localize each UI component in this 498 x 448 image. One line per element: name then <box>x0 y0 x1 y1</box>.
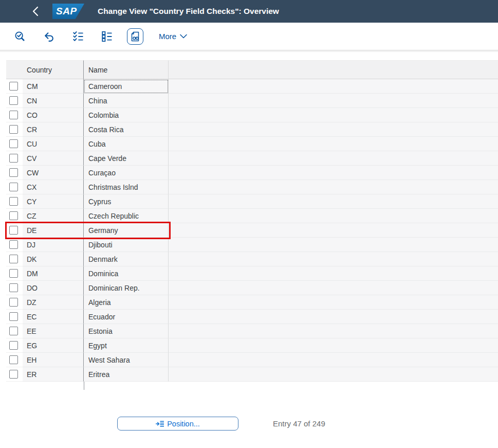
row-checkbox[interactable] <box>9 139 18 148</box>
table-row[interactable]: DK Denmark <box>6 252 498 266</box>
country-name-cell[interactable]: Eritrea <box>84 367 169 382</box>
country-name-cell[interactable]: Colombia <box>84 108 169 122</box>
country-name-cell[interactable]: Cameroon <box>84 79 169 94</box>
table-row[interactable]: CY Cyprus <box>6 194 498 209</box>
chevron-left-icon <box>32 6 39 16</box>
country-code-cell[interactable]: ER <box>23 367 84 382</box>
country-name-cell[interactable]: Christmas Islnd <box>84 180 169 194</box>
table-row[interactable]: EG Egypt <box>6 338 498 353</box>
row-select-cell <box>6 108 23 122</box>
country-code-cell[interactable]: EH <box>23 353 84 367</box>
select-column-header <box>6 60 23 79</box>
country-code-cell[interactable]: CX <box>23 180 84 194</box>
country-code-cell[interactable]: CN <box>23 94 84 108</box>
country-name-cell[interactable]: Cyprus <box>84 194 169 209</box>
country-name-cell[interactable]: Djibouti <box>84 238 169 252</box>
country-code-cell[interactable]: CU <box>23 137 84 151</box>
country-code-cell[interactable]: DZ <box>23 295 84 310</box>
undo-icon[interactable] <box>42 30 56 43</box>
row-checkbox[interactable] <box>9 370 18 379</box>
select-all-icon[interactable] <box>71 30 85 43</box>
table-row[interactable]: EE Estonia <box>6 324 498 338</box>
table-row[interactable]: EH West Sahara <box>6 353 498 367</box>
table-row[interactable]: CU Cuba <box>6 137 498 151</box>
table-row[interactable]: DJ Djibouti <box>6 238 498 252</box>
row-checkbox[interactable] <box>9 197 18 206</box>
table-row[interactable]: CW Curaçao <box>6 166 498 180</box>
more-button[interactable]: More <box>159 32 187 41</box>
country-code-cell[interactable]: CW <box>23 166 84 180</box>
country-code-cell[interactable]: CV <box>23 151 84 166</box>
display-mode-toggle[interactable] <box>127 28 143 45</box>
table-row[interactable]: DM Dominica <box>6 266 498 281</box>
row-checkbox[interactable] <box>9 111 18 119</box>
country-code-cell[interactable]: CZ <box>23 209 84 223</box>
table-row[interactable]: EC Ecuador <box>6 310 498 324</box>
find-icon[interactable] <box>13 30 27 43</box>
country-code-cell[interactable]: DM <box>23 266 84 281</box>
country-code-cell[interactable]: DJ <box>23 238 84 252</box>
row-checkbox[interactable] <box>9 226 18 235</box>
row-checkbox[interactable] <box>9 154 18 163</box>
country-code-cell[interactable]: EE <box>23 324 84 338</box>
row-checkbox[interactable] <box>9 211 18 220</box>
filler-cell <box>169 108 498 122</box>
table-row[interactable]: ER Eritrea <box>6 367 498 382</box>
table-row[interactable]: DO Dominican Rep. <box>6 281 498 295</box>
row-checkbox[interactable] <box>9 168 18 177</box>
country-name-cell[interactable]: Curaçao <box>84 166 169 180</box>
table-row[interactable]: CX Christmas Islnd <box>6 180 498 194</box>
position-button[interactable]: Position... <box>117 417 238 431</box>
country-name-cell[interactable]: Costa Rica <box>84 122 169 137</box>
row-checkbox[interactable] <box>9 341 18 350</box>
country-name-cell[interactable]: Ecuador <box>84 310 169 324</box>
country-code-cell[interactable]: CR <box>23 122 84 137</box>
country-code-cell[interactable]: DE <box>23 223 84 238</box>
country-name-cell[interactable]: Dominica <box>84 266 169 281</box>
row-checkbox[interactable] <box>9 283 18 292</box>
table-row[interactable]: DZ Algeria <box>6 295 498 310</box>
row-checkbox[interactable] <box>9 240 18 249</box>
country-name-cell[interactable]: Egypt <box>84 338 169 353</box>
row-checkbox[interactable] <box>9 312 18 321</box>
row-checkbox[interactable] <box>9 298 18 307</box>
table-row[interactable]: DE Germany <box>6 223 498 238</box>
table-row[interactable]: CO Colombia <box>6 108 498 122</box>
country-name-cell[interactable]: Czech Republic <box>84 209 169 223</box>
table-row[interactable]: CM Cameroon <box>6 79 498 94</box>
filler-cell <box>169 166 498 180</box>
row-checkbox[interactable] <box>9 183 18 191</box>
row-checkbox[interactable] <box>9 327 18 335</box>
row-checkbox[interactable] <box>9 355 18 364</box>
country-name-cell[interactable]: Cape Verde <box>84 151 169 166</box>
row-select-cell <box>6 223 23 238</box>
country-name-cell[interactable]: Cuba <box>84 137 169 151</box>
back-button[interactable] <box>29 5 42 18</box>
country-code-cell[interactable]: EG <box>23 338 84 353</box>
country-name-cell[interactable]: Denmark <box>84 252 169 266</box>
row-checkbox[interactable] <box>9 125 18 134</box>
table-row[interactable]: CZ Czech Republic <box>6 209 498 223</box>
country-code-cell[interactable]: CO <box>23 108 84 122</box>
table-row[interactable]: CR Costa Rica <box>6 122 498 137</box>
country-code-cell[interactable]: EC <box>23 310 84 324</box>
row-checkbox[interactable] <box>9 255 18 263</box>
document-glasses-icon <box>130 31 140 42</box>
country-code-cell[interactable]: DK <box>23 252 84 266</box>
country-name-cell[interactable]: Algeria <box>84 295 169 310</box>
country-code-cell[interactable]: CY <box>23 194 84 209</box>
row-checkbox[interactable] <box>9 269 18 278</box>
row-checkbox[interactable] <box>9 96 18 105</box>
country-name-cell[interactable]: China <box>84 94 169 108</box>
row-select-cell <box>6 238 23 252</box>
country-code-cell[interactable]: DO <box>23 281 84 295</box>
country-name-cell[interactable]: Estonia <box>84 324 169 338</box>
table-row[interactable]: CN China <box>6 94 498 108</box>
country-code-cell[interactable]: CM <box>23 79 84 94</box>
deselect-all-icon[interactable] <box>100 30 114 43</box>
table-row[interactable]: CV Cape Verde <box>6 151 498 166</box>
country-name-cell[interactable]: Dominican Rep. <box>84 281 169 295</box>
row-checkbox[interactable] <box>9 82 18 91</box>
country-name-cell[interactable]: Germany <box>84 223 169 238</box>
country-name-cell[interactable]: West Sahara <box>84 353 169 367</box>
